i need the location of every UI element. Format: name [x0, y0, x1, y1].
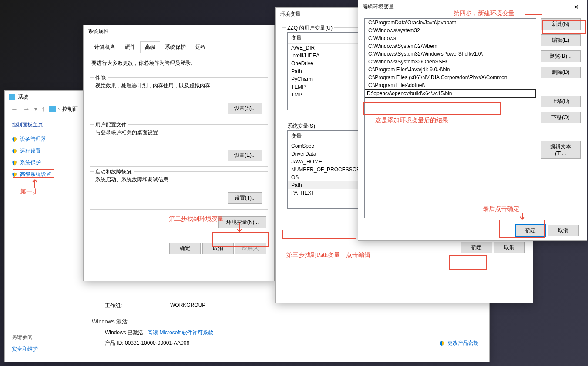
- sidebar-system-protection[interactable]: 系统保护: [12, 159, 80, 166]
- system-title: 系统: [18, 93, 28, 101]
- sysprops-apply: 应用(A): [235, 243, 266, 254]
- see-also: 另请参阅: [12, 334, 38, 341]
- perf-group: 性能 视觉效果，处理器计划，内存使用，以及虚拟内存 设置(S)...: [90, 77, 268, 120]
- shield-icon: [12, 160, 17, 166]
- path-new-btn[interactable]: 新建(N): [541, 18, 581, 30]
- activation-header: Windows 激活: [92, 318, 128, 326]
- sys-vars-title: 系统变量(S): [286, 123, 317, 130]
- product-id-value: 00331-10000-00001-AA006: [125, 340, 189, 346]
- path-entry-item[interactable]: C:\Windows\System32\WindowsPowerShell\v1…: [365, 50, 536, 58]
- sidebar-advanced-settings[interactable]: 高级系统设置: [12, 171, 80, 178]
- path-entry-item[interactable]: C:\Windows: [365, 34, 536, 42]
- sysprops-titlebar: 系统属性: [84, 25, 274, 38]
- perf-desc: 视觉效果，处理器计划，内存使用，以及虚拟内存: [95, 82, 262, 90]
- nav-back-icon[interactable]: ←: [8, 105, 20, 113]
- sysprops-title: 系统属性: [88, 28, 109, 35]
- close-icon[interactable]: ✕: [570, 3, 582, 10]
- nav-dropdown-icon[interactable]: ▾: [34, 106, 37, 112]
- tab-advanced[interactable]: 高级: [140, 41, 160, 53]
- control-panel-icon: [49, 106, 56, 112]
- system-props-dialog: 系统属性 计算机名 硬件 高级 系统保护 远程 要进行大多数更改，你必须作为管理…: [83, 25, 275, 281]
- user-vars-title: ZZQ 的用户变量(U): [286, 24, 334, 32]
- envvars-title: 环境变量: [280, 10, 301, 18]
- path-entry-item[interactable]: C:\Program Files\dotnet\: [365, 81, 536, 89]
- path-edittext-btn[interactable]: 编辑文本(T)...: [541, 141, 581, 159]
- path-delete-btn[interactable]: 删除(D): [541, 67, 581, 78]
- env-vars-button[interactable]: 环境变量(N)...: [218, 216, 266, 228]
- tab-system-protection[interactable]: 系统保护: [160, 41, 191, 53]
- system-sidebar: 控制面板主页 设备管理器 远程设置 系统保护 高级系统设置 另请参阅 安全和维护: [5, 115, 87, 361]
- path-browse-btn[interactable]: 浏览(B)...: [541, 50, 581, 62]
- change-key-link[interactable]: 更改产品密钥: [439, 339, 479, 347]
- startup-group: 启动和故障恢复 系统启动、系统故障和调试信息 设置(T)...: [90, 171, 268, 210]
- editpath-titlebar: 编辑环境变量 ✕: [358, 0, 587, 13]
- path-edit-input[interactable]: [365, 89, 536, 98]
- security-link[interactable]: 安全和维护: [12, 346, 38, 353]
- shield-icon: [12, 137, 17, 142]
- edit-path-dialog: 编辑环境变量 ✕ C:\ProgramData\Oracle\Java\java…: [358, 0, 587, 241]
- nav-forward-icon[interactable]: →: [20, 105, 33, 113]
- editpath-title: 编辑环境变量: [363, 3, 394, 10]
- profile-group: 用户配置文件 与登录帐户相关的桌面设置 设置(E)...: [90, 124, 268, 167]
- shield-icon: [12, 149, 17, 154]
- sidebar-device-manager[interactable]: 设备管理器: [12, 136, 80, 143]
- path-moveup-btn[interactable]: 上移(U): [541, 96, 581, 107]
- shield-icon: [439, 341, 444, 346]
- path-entry-item[interactable]: C:\Windows\System32\OpenSSH\: [365, 58, 536, 66]
- sysprops-tabs: 计算机名 硬件 高级 系统保护 远程: [90, 41, 268, 53]
- path-entry-item[interactable]: C:\ProgramData\Oracle\Java\javapath: [365, 19, 536, 27]
- path-movedown-btn[interactable]: 下移(O): [541, 112, 581, 123]
- workgroup-label: 工作组:: [105, 302, 170, 309]
- activation-status: Windows 已激活: [105, 329, 143, 336]
- tab-computer-name[interactable]: 计算机名: [90, 41, 120, 53]
- profile-desc: 与登录帐户相关的桌面设置: [95, 129, 262, 136]
- editpath-ok[interactable]: 确定: [515, 224, 546, 237]
- workgroup-value: WORKGROUP: [170, 302, 205, 309]
- nav-up-icon[interactable]: ↑: [39, 105, 47, 113]
- tab-hardware[interactable]: 硬件: [120, 41, 140, 53]
- path-entry-item[interactable]: C:\Program Files\Java\jdk-9.0.4\bin: [365, 66, 536, 73]
- tab-remote[interactable]: 远程: [191, 41, 211, 53]
- sidebar-remote-settings[interactable]: 远程设置: [12, 147, 80, 155]
- path-entry-item[interactable]: C:\Windows\System32\Wbem: [365, 42, 536, 50]
- product-id-label: 产品 ID:: [105, 340, 124, 346]
- sysprops-ok[interactable]: 确定: [169, 243, 201, 254]
- profile-settings-btn[interactable]: 设置(E)...: [228, 150, 262, 161]
- startup-desc: 系统启动、系统故障和调试信息: [95, 176, 262, 183]
- admin-note: 要进行大多数更改，你必须作为管理员登录。: [84, 53, 274, 73]
- path-editing-row[interactable]: [365, 89, 536, 98]
- perf-title: 性能: [94, 74, 108, 82]
- perf-settings-btn[interactable]: 设置(S)...: [228, 103, 262, 114]
- breadcrumb-text[interactable]: 控制面: [62, 106, 78, 113]
- system-icon: [9, 94, 15, 100]
- startup-settings-btn[interactable]: 设置(T)...: [228, 192, 262, 204]
- sysprops-cancel[interactable]: 取消: [202, 243, 234, 254]
- panel-home[interactable]: 控制面板主页: [12, 121, 80, 129]
- editpath-cancel[interactable]: 取消: [548, 225, 579, 236]
- envvars-cancel[interactable]: 取消: [494, 242, 525, 253]
- activation-link[interactable]: 阅读 Microsoft 软件许可条款: [148, 329, 213, 336]
- envvars-ok[interactable]: 确定: [461, 242, 492, 253]
- profile-title: 用户配置文件: [94, 121, 128, 129]
- startup-title: 启动和故障恢复: [94, 168, 134, 176]
- path-entry-item[interactable]: C:\Windows\system32: [365, 27, 536, 34]
- path-entries-list[interactable]: C:\ProgramData\Oracle\Java\javapathC:\Wi…: [364, 18, 536, 218]
- path-entry-item[interactable]: C:\Program Files (x86)\NVIDIA Corporatio…: [365, 73, 536, 81]
- path-edit-btn[interactable]: 编辑(E): [541, 34, 581, 46]
- shield-icon: [12, 172, 17, 177]
